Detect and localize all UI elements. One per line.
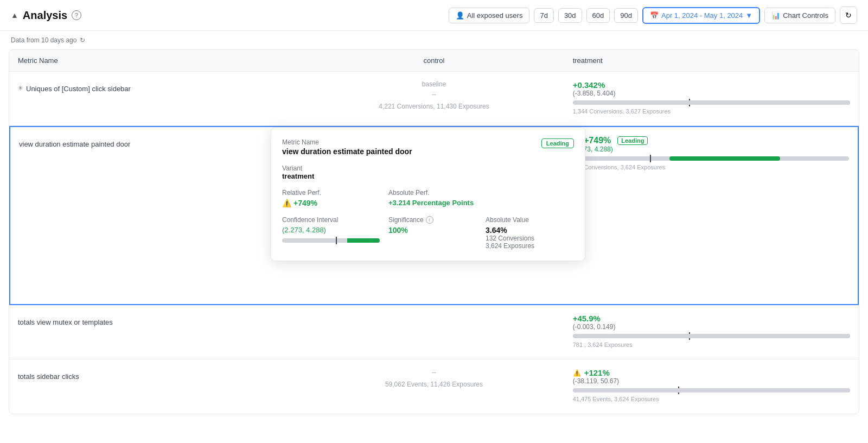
col-header-treatment: treatment [573, 56, 850, 65]
tooltip-ci: Confidence Interval (2.273, 4.288) [282, 216, 380, 250]
tooltip-abs-perf: Absolute Perf. +3.214 Percentage Points [388, 189, 477, 207]
table-header: Metric Name control treatment [9, 50, 859, 72]
slider-fill-green [669, 156, 780, 161]
sig-info-icon: i [426, 216, 433, 224]
perf-value: +45.9% [573, 314, 850, 323]
tooltip-rel-perf: Relative Perf. ⚠️ +749% [282, 189, 380, 207]
slider-fill-right [656, 388, 850, 393]
collapse-icon[interactable]: ▲ [11, 11, 18, 20]
date-range-button[interactable]: 📅 Apr 1, 2024 - May 1, 2024 ▼ [642, 7, 760, 24]
ci-slider [572, 156, 849, 161]
analysis-table: Metric Name control treatment ✳ Uniques … [9, 49, 859, 414]
calendar-icon: 📅 [650, 11, 659, 20]
period-7d-button[interactable]: 7d [534, 8, 553, 23]
asterisk-icon: ✳ [18, 85, 23, 92]
tooltip-variant-value: treatment [282, 172, 314, 180]
treatment-cell: ⚠️ +749% Leading (2.273, 4.288) 132 Conv… [572, 136, 849, 170]
control-value: -- [295, 368, 572, 376]
users-button-label: All exposed users [467, 11, 523, 20]
control-conversions: 59,062 Events, 11,426 Exposures [295, 381, 572, 388]
leading-badge: Leading [617, 136, 648, 145]
col-header-metric: Metric Name [18, 56, 295, 65]
ci-slider [573, 334, 850, 338]
control-cell: baseline -- 4,221 Conversions, 11,430 Ex… [295, 80, 572, 110]
period-90d-button[interactable]: 90d [614, 8, 638, 23]
table-row: totals view mutex or templates +45.9% (-… [9, 305, 859, 359]
metric-tooltip-popup: Leading Metric Name view duration estima… [271, 127, 585, 261]
chevron-down-icon: ▼ [745, 11, 752, 20]
info-icon[interactable]: ? [72, 10, 81, 20]
tooltip-warning-icon: ⚠️ [282, 199, 291, 207]
metric-name-cell: ✳ Uniques of [Custom] click sidebar [18, 80, 295, 93]
warning-icon: ⚠️ [573, 369, 581, 377]
tooltip-rel-perf-label: Relative Perf. [282, 189, 380, 197]
slider-fill [573, 334, 850, 338]
tooltip-variant-label: Variant [282, 164, 314, 172]
tooltip-sig: Significance i 100% [388, 216, 477, 250]
period-60d-button[interactable]: 60d [586, 8, 610, 23]
treatment-conversions: 41,475 Events, 3,624 Exposures [573, 396, 850, 402]
chart-icon: 📊 [771, 11, 780, 20]
subheader-refresh-icon[interactable]: ↻ [80, 36, 85, 44]
tooltip-metric-label: Metric Name [282, 138, 574, 146]
tooltip-leading-badge: Leading [541, 138, 574, 148]
tooltip-rel-perf-value: ⚠️ +749% [282, 199, 380, 207]
treatment-conversions: 132 Conversions, 3,624 Exposures [572, 164, 849, 170]
tooltip-abs-val-label: Absolute Value [486, 216, 574, 224]
tooltip-abs-perf-value: +3.214 Percentage Points [388, 199, 477, 207]
table-row: view duration estimate painted door ⚠️ +… [9, 126, 859, 305]
tooltip-variant-row: Variant treatment [282, 164, 574, 180]
metric-name-text: view duration estimate painted door [19, 140, 130, 148]
metric-name-cell: totals view mutex or templates [18, 314, 295, 326]
ci-value: (2.273, 4.288) [572, 145, 849, 153]
metric-name-cell: totals sidebar clicks [18, 368, 295, 381]
chart-controls-button[interactable]: 📊 Chart Controls [764, 8, 835, 23]
tooltip-sig-label: Significance i [388, 216, 477, 224]
table-row: totals sidebar clicks -- 59,062 Events, … [9, 359, 859, 414]
data-freshness-text: Data from 10 days ago [11, 36, 76, 44]
treatment-cell: +0.342% (-3.858, 5.404) 1,344 Conversion… [573, 80, 850, 115]
control-conversions: 4,221 Conversions, 11,430 Exposures [295, 103, 572, 110]
tooltip-abs-val-exposures: 3,624 Exposures [486, 242, 574, 250]
tooltip-metrics-grid: Relative Perf. ⚠️ +749% Absolute Perf. +… [282, 189, 574, 250]
date-range-label: Apr 1, 2024 - May 1, 2024 [661, 11, 743, 20]
page-title: Analysis [23, 9, 67, 22]
treatment-conversions: 1,344 Conversions, 3,627 Exposures [573, 108, 850, 115]
metric-name-text: totals sidebar clicks [18, 372, 79, 381]
tooltip-metric-value: view duration estimate painted door [282, 147, 574, 156]
period-30d-button[interactable]: 30d [558, 8, 582, 23]
tooltip-ci-value: (2.273, 4.288) [282, 226, 380, 234]
tooltip-abs-val: Absolute Value 3.64% 132 Conversions 3,6… [486, 216, 574, 250]
metric-name-text: totals view mutex or templates [18, 318, 113, 326]
users-filter-button[interactable]: 👤 All exposed users [449, 8, 530, 23]
tooltip-mini-fill [347, 238, 380, 243]
tooltip-abs-perf-label: Absolute Perf. [388, 189, 477, 197]
slider-fill-left [573, 388, 656, 393]
tooltip-mini-marker [336, 237, 337, 244]
ci-value: (-0.003, 0.149) [573, 323, 850, 331]
slider-fill [573, 100, 850, 105]
baseline-label: baseline [295, 80, 572, 88]
ci-slider [573, 100, 850, 105]
tooltip-ci-label: Confidence Interval [282, 216, 380, 224]
user-icon: 👤 [456, 11, 464, 20]
header: ▲ Analysis ? 👤 All exposed users 7d 30d … [0, 0, 868, 31]
ci-slider [573, 388, 850, 393]
tooltip-abs-val-conversions: 132 Conversions [486, 235, 574, 242]
control-value: -- [295, 90, 572, 98]
perf-value: +749% [584, 136, 611, 145]
col-header-control: control [295, 56, 572, 65]
perf-value: +121% [584, 368, 610, 377]
tooltip-abs-val-pct: 3.64% [486, 226, 574, 235]
treatment-conversions: 781 , 3,624 Exposures [573, 341, 850, 348]
refresh-icon: ↻ [845, 11, 852, 20]
ci-value: (-3.858, 5.404) [573, 90, 850, 97]
chart-controls-label: Chart Controls [783, 11, 828, 20]
slider-marker [650, 155, 651, 162]
header-left: ▲ Analysis ? [11, 9, 442, 22]
tooltip-empty [486, 189, 574, 207]
refresh-button[interactable]: ↻ [840, 7, 857, 24]
header-right: 👤 All exposed users 7d 30d 60d 90d 📅 Apr… [449, 7, 857, 24]
treatment-cell: ⚠️ +121% (-38.119, 50.67) 41,475 Events,… [573, 368, 850, 402]
ci-value: (-38.119, 50.67) [573, 377, 850, 385]
